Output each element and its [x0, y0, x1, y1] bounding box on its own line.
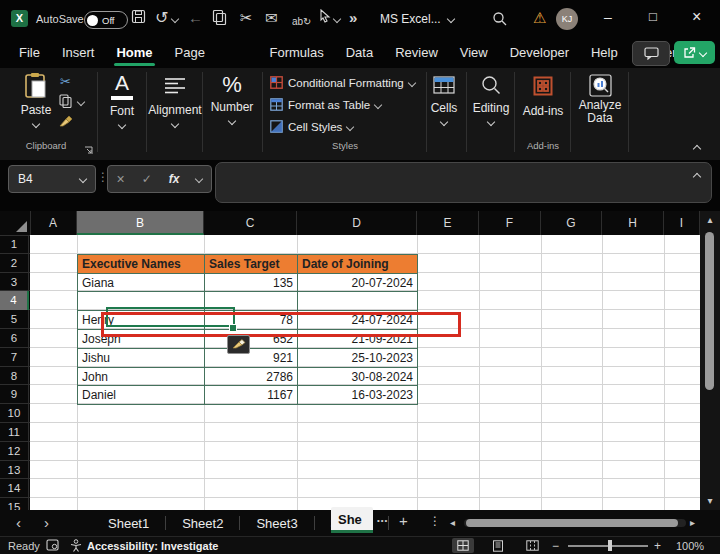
row-header-8[interactable]: 8: [0, 367, 29, 386]
ribbon-tab-formulas[interactable]: Formulas: [258, 38, 334, 68]
avatar[interactable]: KJ: [556, 8, 578, 30]
zoom-slider-handle[interactable]: [608, 540, 612, 551]
cancel-icon[interactable]: ×: [117, 171, 125, 187]
analyze-data-button[interactable]: Analyze Data: [572, 72, 628, 125]
ribbon-tab-review[interactable]: Review: [384, 38, 449, 68]
sheet-cells-area[interactable]: Executive NamesSales TargetDate of Joini…: [30, 235, 700, 510]
document-title[interactable]: MS Excel...: [380, 12, 441, 26]
collapse-ribbon-icon[interactable]: [693, 145, 701, 153]
format-as-table-button[interactable]: Format as Table: [270, 98, 381, 111]
table-cell[interactable]: 2786: [205, 368, 298, 387]
next-sheet-icon[interactable]: ›: [44, 510, 49, 535]
font-button[interactable]: A Font: [98, 72, 146, 128]
redo-icon[interactable]: ←: [188, 9, 203, 27]
ribbon-tab-view[interactable]: View: [449, 38, 499, 68]
row-header-6[interactable]: 6: [0, 329, 29, 348]
conditional-formatting-button[interactable]: Conditional Formatting: [270, 76, 415, 89]
clipboard-dialog-launcher-icon[interactable]: [84, 141, 93, 159]
column-header-A[interactable]: A: [30, 211, 77, 235]
more-sheets-icon[interactable]: •••: [377, 516, 388, 525]
sheet-tab-sheet2[interactable]: Sheet2: [166, 511, 239, 536]
undo-dropdown-icon[interactable]: [171, 15, 179, 23]
vertical-scroll-thumb[interactable]: [705, 232, 714, 390]
sheet-tab-sheet1[interactable]: Sheet1: [92, 511, 165, 536]
row-header-3[interactable]: 3: [0, 273, 29, 292]
enter-icon[interactable]: ✓: [142, 172, 152, 186]
qat-overflow-icon[interactable]: »: [349, 9, 357, 27]
minimize-button[interactable]: –: [604, 9, 612, 25]
fx-dropdown-icon[interactable]: [195, 175, 203, 183]
table-cell[interactable]: Daniel: [78, 386, 205, 405]
zoom-out-icon[interactable]: −: [552, 539, 559, 553]
scroll-left-icon[interactable]: ◂: [450, 517, 455, 528]
table-cell[interactable]: Jishu: [78, 349, 205, 368]
alignment-button[interactable]: Alignment: [147, 72, 203, 127]
table-header-cell[interactable]: Executive Names: [78, 255, 205, 274]
page-break-preview-button[interactable]: [521, 538, 543, 553]
row-header-11[interactable]: 11: [0, 423, 29, 442]
add-ins-button[interactable]: Add-ins: [517, 72, 569, 118]
copy-icon[interactable]: [212, 9, 227, 29]
column-header-F[interactable]: F: [479, 211, 541, 235]
insert-function-icon[interactable]: fx: [169, 172, 180, 186]
autosave-toggle[interactable]: Off: [84, 11, 128, 29]
table-cell[interactable]: 135: [205, 274, 298, 293]
table-cell[interactable]: 921: [205, 349, 298, 368]
share-button[interactable]: [674, 41, 715, 64]
editing-button[interactable]: Editing: [466, 72, 516, 125]
paste-button[interactable]: Paste: [14, 72, 58, 127]
table-cell[interactable]: 25-10-2023: [298, 349, 418, 368]
title-dropdown-icon[interactable]: [447, 15, 455, 23]
ribbon-tab-home[interactable]: Home: [105, 38, 163, 68]
save-icon[interactable]: [131, 9, 146, 28]
row-header-4[interactable]: 4: [0, 291, 29, 310]
table-cell[interactable]: 30-08-2024: [298, 368, 418, 387]
spelling-icon[interactable]: ab↻: [292, 13, 312, 31]
scroll-up-icon[interactable]: ▴: [700, 214, 720, 225]
horizontal-scroll-thumb[interactable]: [466, 519, 678, 527]
row-header-1[interactable]: 1: [0, 235, 29, 254]
macro-record-icon[interactable]: [46, 539, 59, 553]
comments-button[interactable]: [632, 41, 670, 66]
row-header-7[interactable]: 7: [0, 348, 29, 367]
normal-view-button[interactable]: [452, 538, 474, 553]
cell-styles-button[interactable]: Cell Styles: [270, 120, 353, 133]
row-header-10[interactable]: 10: [0, 404, 29, 423]
ribbon-tab-developer[interactable]: Developer: [499, 38, 580, 68]
name-box[interactable]: B4: [8, 165, 96, 193]
ribbon-tab-page-layout[interactable]: Page Layout: [164, 38, 259, 68]
accessibility-status[interactable]: Accessibility: Investigate: [87, 540, 218, 552]
row-header-12[interactable]: 12: [0, 442, 29, 461]
table-cell[interactable]: [298, 292, 418, 311]
ribbon-tab-help[interactable]: Help: [580, 38, 629, 68]
row-header-14[interactable]: 14: [0, 479, 29, 498]
column-header-H[interactable]: H: [602, 211, 664, 235]
column-header-G[interactable]: G: [541, 211, 602, 235]
select-all-corner[interactable]: [0, 211, 31, 236]
scroll-right-icon[interactable]: ▸: [690, 517, 695, 528]
table-cell[interactable]: John: [78, 368, 205, 387]
ribbon-tab-insert[interactable]: Insert: [51, 38, 106, 68]
insert-options-button[interactable]: [227, 335, 250, 354]
copy-button[interactable]: [59, 94, 72, 112]
table-cell[interactable]: 20-07-2024: [298, 274, 418, 293]
ribbon-tab-data[interactable]: Data: [335, 38, 384, 68]
previous-sheet-icon[interactable]: ‹: [16, 510, 21, 535]
ribbon-tab-file[interactable]: File: [8, 38, 51, 68]
number-button[interactable]: % Number: [206, 72, 258, 124]
column-header-D[interactable]: D: [297, 211, 417, 235]
zoom-slider[interactable]: [568, 545, 648, 547]
close-button[interactable]: ×: [692, 8, 701, 26]
undo-icon[interactable]: ↺: [155, 9, 168, 27]
vertical-scrollbar[interactable]: ▴ ▾: [700, 211, 720, 510]
new-sheet-button[interactable]: +: [399, 512, 408, 529]
copy-dropdown-icon[interactable]: [77, 98, 85, 106]
cut-icon[interactable]: ✂: [240, 9, 253, 27]
column-header-I[interactable]: I: [664, 211, 700, 235]
table-cell[interactable]: Giana: [78, 274, 205, 293]
cells-button[interactable]: Cells: [420, 72, 468, 125]
scroll-down-icon[interactable]: ▾: [700, 495, 720, 506]
touch-mode-dropdown-icon[interactable]: [333, 15, 341, 23]
search-icon[interactable]: [492, 11, 508, 31]
row-header-2[interactable]: 2: [0, 254, 29, 273]
